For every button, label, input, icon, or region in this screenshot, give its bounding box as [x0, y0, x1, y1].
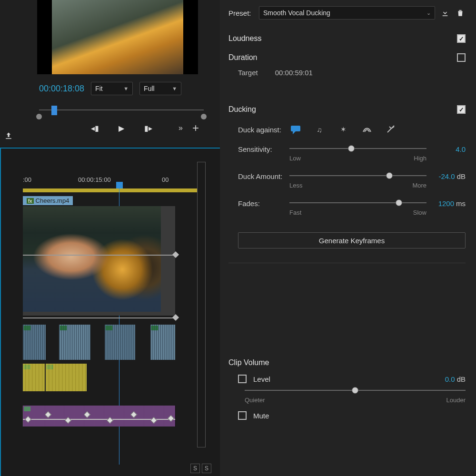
duck-amount-unit: dB: [457, 172, 466, 180]
duck-sfx-icon[interactable]: ✶: [337, 124, 349, 135]
scrubber-out-point[interactable]: [201, 114, 207, 119]
audio-track-3[interactable]: [23, 406, 175, 426]
divider: [228, 263, 466, 263]
fades-unit: ms: [456, 199, 466, 208]
duck-against-label: Duck against:: [238, 126, 289, 134]
audio-clip[interactable]: [23, 325, 46, 360]
clip-name: Cheers.mp4: [36, 197, 69, 204]
clip-thumbnail: [23, 206, 161, 312]
step-forward-button[interactable]: ▮▸: [143, 123, 153, 133]
resolution-label: Full: [144, 85, 155, 92]
transport-controls: ◂▮ ▶ ▮▸ » +: [39, 123, 204, 133]
mute-checkbox[interactable]: [238, 411, 247, 420]
level-label: Level: [253, 375, 270, 383]
ducking-checkbox[interactable]: [457, 105, 466, 114]
mute-label: Mute: [253, 412, 269, 420]
add-button-icon[interactable]: +: [192, 121, 199, 135]
essential-sound-panel: Preset: Smooth Vocal Ducking ⌄ Loudness …: [220, 0, 476, 476]
chevron-down-icon: ⌄: [426, 10, 431, 16]
duck-ambience-icon[interactable]: [361, 124, 373, 135]
chevron-down-icon: ▼: [172, 86, 177, 91]
monitor-image: [52, 0, 183, 74]
fades-value[interactable]: 1200: [438, 199, 454, 208]
delete-preset-icon[interactable]: [455, 8, 466, 18]
duck-unassigned-icon[interactable]: [385, 124, 397, 135]
work-area-bar[interactable]: [23, 188, 197, 192]
preset-value: Smooth Vocal Ducking: [263, 9, 330, 17]
solo-button[interactable]: S: [202, 464, 211, 473]
fades-slow: Slow: [413, 209, 426, 216]
chevron-down-icon: ▼: [123, 86, 129, 91]
generate-keyframes-button[interactable]: Generate Keyframes: [238, 232, 466, 248]
sensitivity-low: Low: [289, 155, 301, 162]
audio-track-1: [23, 325, 175, 360]
play-button[interactable]: ▶: [116, 123, 127, 133]
ruler-tick: 00:00:15:00: [78, 176, 111, 183]
duration-title[interactable]: Duration: [228, 53, 257, 62]
zoom-fit-dropdown[interactable]: Fit ▼: [91, 82, 133, 95]
export-frame-icon[interactable]: [4, 131, 14, 142]
clip-header[interactable]: fxCheers.mp4: [23, 196, 73, 205]
amount-more: More: [412, 182, 426, 189]
audio-track-2: [23, 364, 175, 391]
duck-amount-slider[interactable]: [289, 172, 426, 179]
scrubber-in-point[interactable]: [36, 114, 42, 119]
timecode[interactable]: 00:00:18:08: [39, 84, 84, 94]
keyframe-line: [23, 255, 175, 256]
level-checkbox[interactable]: [238, 375, 247, 383]
sensitivity-slider[interactable]: [289, 145, 426, 152]
fades-slider[interactable]: [289, 199, 426, 206]
fades-fast: Fast: [289, 209, 301, 216]
duck-amount-value[interactable]: -24.0: [438, 172, 455, 180]
level-value[interactable]: 0.0: [445, 375, 455, 383]
sensitivity-value[interactable]: 4.0: [432, 145, 466, 153]
audio-clip[interactable]: [150, 325, 175, 360]
ruler-tick: 00: [162, 176, 169, 183]
keyframe-icon[interactable]: [172, 314, 179, 321]
audio-clip[interactable]: [59, 325, 90, 360]
zoom-fit-label: Fit: [95, 85, 103, 92]
level-slider[interactable]: [245, 387, 466, 394]
keyframe-icon[interactable]: [172, 251, 179, 258]
scrubber-playhead[interactable]: [51, 106, 57, 115]
timeline-panel: :00 00:00:15:00 00 fxCheers.mp4: [0, 148, 220, 476]
clip-volume-title[interactable]: Clip Volume: [228, 358, 269, 367]
timeline-playhead-icon[interactable]: [116, 182, 123, 188]
sensitivity-label: Sensitivity:: [238, 145, 289, 153]
video-clip[interactable]: [23, 206, 175, 316]
audio-clip[interactable]: [46, 364, 87, 391]
duck-music-icon[interactable]: ♫: [313, 124, 326, 135]
solo-button[interactable]: S: [190, 464, 200, 473]
level-louder: Louder: [446, 397, 466, 404]
duration-target-label: Target: [238, 69, 258, 77]
ducking-title[interactable]: Ducking: [228, 105, 256, 114]
loudness-title[interactable]: Loudness: [228, 34, 261, 43]
duck-dialogue-icon[interactable]: [289, 124, 302, 135]
fades-label: Fades:: [238, 199, 289, 208]
ruler-tick: :00: [23, 176, 31, 183]
import-preset-icon[interactable]: [440, 8, 450, 18]
audio-meter: [197, 162, 206, 447]
audio-clip[interactable]: [105, 325, 135, 360]
loudness-checkbox[interactable]: [457, 34, 466, 43]
keyframe-line: [23, 317, 175, 318]
audio-clip[interactable]: [23, 364, 45, 391]
duration-checkbox[interactable]: [457, 53, 466, 62]
monitor-scrubber[interactable]: [39, 101, 204, 118]
step-back-button[interactable]: ◂▮: [89, 123, 100, 133]
video-track-1: fxCheers.mp4: [23, 196, 175, 316]
scrubber-track: [39, 109, 204, 110]
level-unit: dB: [457, 375, 466, 383]
fx-badge: fx: [27, 198, 34, 204]
level-quieter: Quieter: [245, 397, 265, 404]
resolution-dropdown[interactable]: Full ▼: [139, 82, 181, 95]
duration-target-value[interactable]: 00:00:59:01: [275, 69, 313, 77]
monitor-frame: [37, 0, 198, 74]
duck-amount-label: Duck Amount:: [238, 172, 289, 180]
amount-less: Less: [289, 182, 302, 189]
sensitivity-high: High: [414, 155, 426, 162]
more-controls-icon[interactable]: »: [178, 124, 183, 132]
preset-dropdown[interactable]: Smooth Vocal Ducking ⌄: [259, 6, 435, 20]
svg-rect-0: [291, 126, 300, 131]
preset-label: Preset:: [228, 9, 254, 17]
